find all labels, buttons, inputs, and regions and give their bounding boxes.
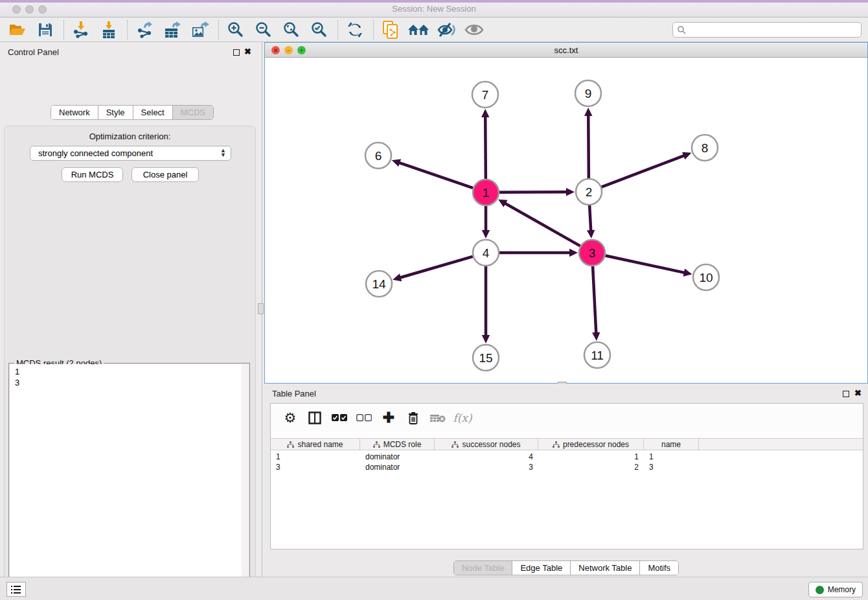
- select-all-columns-icon[interactable]: [328, 408, 351, 428]
- edge-4-14[interactable]: [400, 257, 473, 278]
- result-line: 3: [15, 377, 242, 388]
- vertical-scrollbar[interactable]: [242, 364, 249, 599]
- close-panel-button[interactable]: Close panel: [131, 167, 199, 182]
- delete-column-icon[interactable]: [426, 408, 450, 428]
- float-table-panel-icon[interactable]: [843, 391, 849, 397]
- tab-style[interactable]: Style: [98, 106, 133, 119]
- close-panel-icon[interactable]: ✖: [244, 47, 251, 56]
- edge-3-11[interactable]: [593, 266, 596, 333]
- table-panel: Table Panel ✖ ⚙ ✚: [264, 384, 868, 577]
- zoom-out-icon[interactable]: [253, 19, 275, 40]
- edge-1-7[interactable]: [485, 117, 486, 179]
- gear-icon[interactable]: ⚙: [279, 408, 302, 428]
- edge-2-8[interactable]: [602, 156, 685, 187]
- table-header: shared name MCDS role successor nodes pr…: [271, 438, 863, 450]
- tab-mcds[interactable]: MCDS: [173, 106, 213, 119]
- node-11[interactable]: 11: [584, 342, 610, 368]
- edge-arrowhead: [482, 335, 490, 343]
- node-8[interactable]: 8: [692, 135, 718, 161]
- node-2[interactable]: 2: [576, 179, 602, 205]
- network-canvas[interactable]: 7968124314101511: [265, 58, 867, 384]
- tab-node-table[interactable]: Node Table: [454, 561, 513, 575]
- node-label: 4: [483, 246, 490, 260]
- column-header-successor-nodes[interactable]: successor nodes: [435, 439, 538, 450]
- hide-details-icon[interactable]: [435, 19, 457, 40]
- memory-label: Memory: [828, 585, 856, 594]
- tree-icon: [451, 441, 459, 448]
- window-title: Session: New Session: [0, 4, 868, 14]
- table-row[interactable]: 3 dominator 3 2 3: [271, 462, 863, 472]
- delete-row-icon[interactable]: [402, 408, 425, 428]
- node-3[interactable]: 3: [579, 240, 605, 266]
- clone-network-icon[interactable]: [380, 19, 402, 40]
- save-session-icon[interactable]: [34, 19, 56, 40]
- search-icon: [677, 25, 686, 34]
- function-builder-icon[interactable]: f(x): [451, 408, 474, 428]
- export-network-icon[interactable]: [133, 19, 155, 40]
- column-header-shared-name[interactable]: shared name: [271, 439, 360, 450]
- column-header-mcds-role[interactable]: MCDS role: [360, 439, 435, 450]
- mcds-result-box: MCDS result (2 nodes) 1 3: [8, 363, 250, 600]
- float-panel-icon[interactable]: [233, 49, 240, 56]
- node-label: 3: [589, 246, 596, 260]
- edge-arrowhead: [587, 230, 595, 238]
- zoom-in-icon[interactable]: [225, 19, 247, 40]
- toolbar-separator: [373, 20, 374, 40]
- zoom-fit-icon[interactable]: [280, 19, 303, 40]
- add-row-icon[interactable]: ✚: [377, 408, 400, 428]
- memory-button[interactable]: Memory: [808, 582, 863, 597]
- close-table-panel-icon[interactable]: ✖: [854, 388, 862, 398]
- edge-1-6[interactable]: [399, 163, 473, 188]
- search-input[interactable]: [686, 25, 848, 34]
- criterion-select[interactable]: strongly connected component ▲▼: [30, 146, 231, 161]
- import-table-icon[interactable]: [98, 19, 120, 40]
- node-14[interactable]: 14: [366, 271, 392, 297]
- first-neighbors-icon[interactable]: [407, 19, 429, 40]
- show-details-icon[interactable]: [463, 19, 485, 40]
- node-4[interactable]: 4: [473, 240, 499, 266]
- edge-2-3[interactable]: [589, 205, 591, 231]
- table-row[interactable]: 1 dominator 4 1 1: [271, 452, 863, 462]
- edge-1-2[interactable]: [499, 192, 567, 192]
- titlebar: Session: New Session: [0, 0, 868, 17]
- network-frame-titlebar[interactable]: ✕ − + scc.txt: [265, 43, 867, 58]
- edge-arrowhead: [592, 332, 600, 341]
- node-7[interactable]: 7: [472, 82, 498, 108]
- tab-select[interactable]: Select: [133, 106, 173, 119]
- split-columns-icon[interactable]: [303, 408, 326, 428]
- edge-arrowhead: [392, 159, 401, 167]
- node-9[interactable]: 9: [575, 80, 601, 106]
- deselect-all-columns-icon[interactable]: [352, 408, 376, 428]
- import-network-icon[interactable]: [70, 19, 92, 40]
- list-icon: [11, 585, 21, 594]
- node-10[interactable]: 10: [693, 264, 719, 290]
- edge-3-10[interactable]: [606, 255, 685, 272]
- edge-arrowhead: [566, 188, 575, 196]
- tab-motifs[interactable]: Motifs: [640, 561, 678, 575]
- task-history-button[interactable]: [6, 582, 26, 597]
- export-image-icon[interactable]: [189, 19, 211, 40]
- tab-edge-table[interactable]: Edge Table: [512, 561, 571, 575]
- edge-3-1[interactable]: [505, 203, 580, 246]
- select-stepper-icon: ▲▼: [220, 148, 226, 157]
- open-file-icon[interactable]: [6, 19, 29, 40]
- node-label: 9: [585, 87, 592, 100]
- mcds-result-text[interactable]: 1 3: [10, 364, 242, 599]
- node-15[interactable]: 15: [473, 345, 499, 371]
- application-window: Session: New Session: [0, 0, 868, 600]
- search-field: [672, 22, 862, 38]
- node-1[interactable]: 1: [473, 179, 499, 205]
- apply-layout-icon[interactable]: [344, 19, 366, 40]
- column-header-predecessor-nodes[interactable]: predecessor nodes: [538, 439, 644, 450]
- edge-2-9[interactable]: [588, 115, 589, 178]
- splitter-handle[interactable]: [258, 303, 264, 314]
- zoom-selected-icon[interactable]: [308, 19, 330, 40]
- control-panel: Control Panel ✖ Network Style Select MCD…: [0, 42, 260, 577]
- optimization-criterion-label: Optimization criterion:: [5, 132, 255, 141]
- node-6[interactable]: 6: [365, 143, 391, 168]
- tab-network[interactable]: Network: [51, 106, 98, 119]
- export-table-icon[interactable]: [161, 19, 183, 40]
- run-mcds-button[interactable]: Run MCDS: [62, 167, 123, 182]
- column-header-name[interactable]: name: [644, 439, 699, 450]
- tab-network-table[interactable]: Network Table: [571, 561, 640, 575]
